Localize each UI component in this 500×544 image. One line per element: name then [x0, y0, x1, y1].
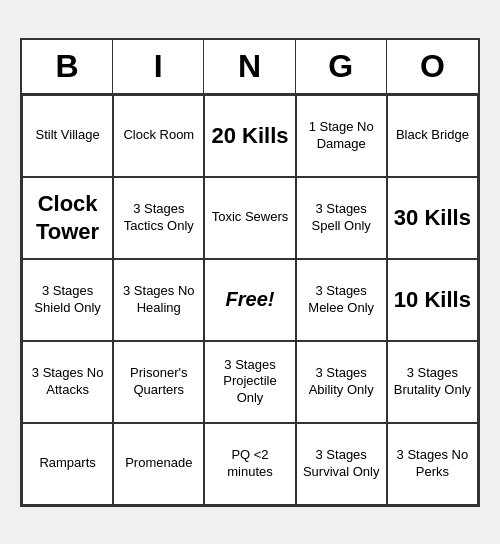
bingo-cell-1: Clock Room — [113, 95, 204, 177]
bingo-cell-17: 3 Stages Projectile Only — [204, 341, 295, 423]
bingo-cell-12: Free! — [204, 259, 295, 341]
bingo-cell-10: 3 Stages Shield Only — [22, 259, 113, 341]
bingo-header: BINGO — [22, 40, 478, 95]
bingo-cell-21: Promenade — [113, 423, 204, 505]
bingo-cell-9: 30 Kills — [387, 177, 478, 259]
bingo-cell-13: 3 Stages Melee Only — [296, 259, 387, 341]
bingo-cell-4: Black Bridge — [387, 95, 478, 177]
bingo-cell-19: 3 Stages Brutality Only — [387, 341, 478, 423]
bingo-letter-n: N — [204, 40, 295, 93]
bingo-cell-11: 3 Stages No Healing — [113, 259, 204, 341]
bingo-cell-14: 10 Kills — [387, 259, 478, 341]
bingo-letter-o: O — [387, 40, 478, 93]
bingo-cell-7: Toxic Sewers — [204, 177, 295, 259]
bingo-cell-16: Prisoner's Quarters — [113, 341, 204, 423]
bingo-cell-5: Clock Tower — [22, 177, 113, 259]
bingo-cell-24: 3 Stages No Perks — [387, 423, 478, 505]
bingo-cell-6: 3 Stages Tactics Only — [113, 177, 204, 259]
bingo-letter-b: B — [22, 40, 113, 93]
bingo-cell-23: 3 Stages Survival Only — [296, 423, 387, 505]
bingo-cell-8: 3 Stages Spell Only — [296, 177, 387, 259]
bingo-grid: Stilt VillageClock Room20 Kills1 Stage N… — [22, 95, 478, 505]
bingo-cell-2: 20 Kills — [204, 95, 295, 177]
bingo-cell-18: 3 Stages Ability Only — [296, 341, 387, 423]
bingo-cell-20: Ramparts — [22, 423, 113, 505]
bingo-card: BINGO Stilt VillageClock Room20 Kills1 S… — [20, 38, 480, 507]
bingo-cell-3: 1 Stage No Damage — [296, 95, 387, 177]
bingo-cell-15: 3 Stages No Attacks — [22, 341, 113, 423]
bingo-letter-i: I — [113, 40, 204, 93]
bingo-cell-22: PQ <2 minutes — [204, 423, 295, 505]
bingo-letter-g: G — [296, 40, 387, 93]
bingo-cell-0: Stilt Village — [22, 95, 113, 177]
